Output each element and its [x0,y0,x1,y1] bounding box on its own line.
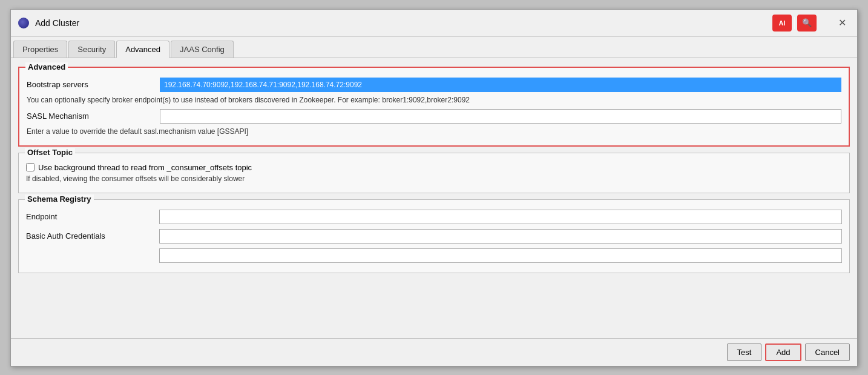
dialog-footer: Test Add Cancel [11,338,857,366]
background-thread-row: Use background thread to read from _cons… [26,163,842,172]
bootstrap-input-wrapper [160,78,841,92]
endpoint-row: Endpoint [26,210,842,224]
search-button[interactable]: 🔍 [797,15,817,32]
close-button[interactable]: ✕ [835,16,850,30]
sasl-mechanism-label: SASL Mechanism [27,111,160,121]
tab-properties[interactable]: Properties [13,41,67,58]
advanced-section-title: Advanced [25,62,68,71]
cancel-button[interactable]: Cancel [805,343,850,361]
endpoint-input[interactable] [159,210,842,224]
bootstrap-servers-label: Bootstrap servers [27,80,160,89]
tab-security[interactable]: Security [68,41,115,58]
ai-button[interactable]: AI [772,15,792,32]
offset-topic-title: Offset Topic [25,148,75,157]
background-thread-checkbox[interactable] [26,163,35,171]
basic-auth-label: Basic Auth Credentials [26,231,159,241]
extra-input[interactable] [159,248,842,263]
advanced-section: Advanced Bootstrap servers You can optio… [18,67,850,147]
toolbar-buttons: AI 🔍 [772,15,817,32]
sasl-hint: Enter a value to override the default sa… [27,127,841,136]
toolbar-separator [794,17,795,29]
endpoint-label: Endpoint [26,212,159,221]
offset-hint: If disabled, viewing the consumer offset… [26,174,842,183]
tab-bar: Properties Security Advanced JAAS Config [11,37,857,58]
add-cluster-dialog: Add Cluster AI 🔍 ✕ Properties Security A… [10,9,858,367]
basic-auth-row: Basic Auth Credentials [26,229,842,244]
background-thread-label: Use background thread to read from _cons… [38,163,252,172]
dialog-title: Add Cluster [35,18,766,28]
title-bar: Add Cluster AI 🔍 ✕ [11,10,857,37]
schema-registry-section: Schema Registry Endpoint Basic Auth Cred… [18,199,850,273]
extra-row [26,248,842,263]
test-button[interactable]: Test [727,343,762,361]
sasl-mechanism-row: SASL Mechanism [27,109,841,124]
sasl-mechanism-input[interactable] [160,109,841,124]
bootstrap-servers-row: Bootstrap servers [27,78,841,92]
bootstrap-hint: You can optionally specify broker endpoi… [27,96,841,104]
bootstrap-servers-input[interactable] [160,78,841,92]
basic-auth-input[interactable] [159,229,842,244]
add-button[interactable]: Add [765,343,801,361]
tab-advanced[interactable]: Advanced [116,41,169,58]
app-icon [18,18,29,28]
tab-jaas-config[interactable]: JAAS Config [171,41,234,58]
offset-topic-section: Offset Topic Use background thread to re… [18,153,850,193]
dialog-content: Advanced Bootstrap servers You can optio… [11,58,857,338]
schema-registry-title: Schema Registry [25,194,94,204]
